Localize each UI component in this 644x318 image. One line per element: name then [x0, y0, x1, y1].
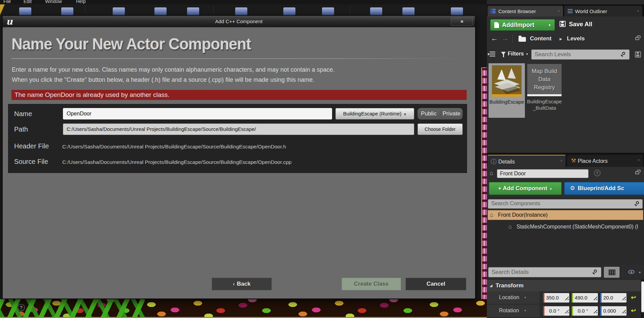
- location-y-input[interactable]: 490.0: [572, 293, 598, 303]
- toolbar-icon-2[interactable]: [61, 7, 73, 15]
- menu-window[interactable]: Window: [45, 0, 62, 4]
- chevron-down-icon: ▼: [638, 271, 641, 274]
- tab-close-icon[interactable]: ×: [558, 9, 560, 13]
- toolbar-icon-4[interactable]: [154, 7, 167, 15]
- rotation-label-cell[interactable]: Rotation ▼: [487, 305, 540, 317]
- chevron-down-icon: ▼: [548, 24, 551, 27]
- drag-handle-icon[interactable]: [564, 295, 569, 300]
- toolbar-icon-3[interactable]: [113, 7, 125, 15]
- rotation-x-input[interactable]: 0.0 °: [543, 306, 569, 316]
- rotation-y-input[interactable]: 0.0 °: [572, 306, 598, 316]
- breadcrumb-levels[interactable]: Levels: [567, 35, 585, 42]
- location-label-cell[interactable]: Location ▼: [487, 291, 540, 304]
- location-z-input[interactable]: 20.0: [600, 293, 627, 303]
- info-icon: ⓘ: [491, 158, 497, 166]
- component-row-static-mesh[interactable]: ⌂ StaticMeshComponent (StaticMeshCompone…: [487, 222, 644, 232]
- collapse-triangle-icon: ◢: [490, 283, 492, 288]
- actor-name-input[interactable]: Front Door: [497, 169, 588, 178]
- dialog-close-button[interactable]: ×: [451, 17, 473, 26]
- dialog-title-bar[interactable]: u Add C++ Component ×: [3, 16, 475, 27]
- toolbar-icon-7[interactable]: [283, 7, 295, 15]
- private-option[interactable]: Private: [440, 110, 463, 117]
- drag-handle-icon[interactable]: [592, 308, 597, 313]
- drag-handle-icon[interactable]: [621, 308, 626, 313]
- class-name-input[interactable]: OpenDoor: [63, 108, 332, 119]
- tab-content-browser[interactable]: Content Browser ×: [488, 6, 563, 16]
- component-row-label: StaticMeshComponent (StaticMeshComponent…: [516, 224, 638, 230]
- reset-location-icon[interactable]: ↩: [631, 294, 636, 301]
- search-details-placeholder: Search Details: [492, 269, 529, 276]
- reset-rotation-icon[interactable]: ↩: [631, 307, 636, 314]
- sources-panel-icon[interactable]: [490, 51, 495, 57]
- header-file-value: C:/Users/Sasha/Documents/Unreal Projects…: [62, 144, 286, 150]
- rotation-z-input[interactable]: 0.000: [600, 306, 627, 316]
- tab-details[interactable]: ⓘ Details ×: [488, 155, 566, 167]
- asset-buildingescape[interactable]: BuildingEscape: [489, 63, 525, 118]
- tab-close-icon[interactable]: ×: [560, 158, 563, 163]
- add-component-button[interactable]: + Add Component▼: [489, 182, 562, 195]
- tab-close-icon[interactable]: ×: [638, 158, 640, 163]
- axis-x-color-bar: [543, 306, 544, 316]
- path-input[interactable]: C:/Users/Sasha/Documents/Unreal Projects…: [63, 123, 414, 135]
- toolbar-divider-2: [213, 6, 214, 14]
- module-dropdown[interactable]: BuildingEscape (Runtime)▼: [335, 108, 414, 119]
- asset-type-color-bar: [527, 94, 562, 96]
- scrollbar-thumb[interactable]: [641, 281, 644, 312]
- blueprint-add-script-button[interactable]: ⚙Blueprint/Add Sc: [564, 182, 644, 195]
- cancel-button[interactable]: Cancel: [405, 278, 466, 290]
- nav-divider: [512, 35, 513, 43]
- search-icon: [636, 201, 639, 204]
- choose-folder-button[interactable]: Choose Folder: [418, 123, 463, 135]
- nav-back-icon[interactable]: ←: [491, 34, 498, 42]
- property-matrix-button[interactable]: [604, 267, 619, 278]
- search-details-input[interactable]: Search Details: [488, 267, 601, 277]
- component-row-front-door-instance[interactable]: ⌂ Front Door(Instance): [488, 210, 643, 220]
- toolbar-icon-10[interactable]: [402, 7, 415, 15]
- back-button[interactable]: ‹Back: [212, 278, 272, 290]
- toolbar-icon-8[interactable]: [322, 7, 334, 15]
- toolbar-icon-1[interactable]: [19, 7, 31, 15]
- location-z-value: 20.0: [603, 295, 613, 301]
- location-x-input[interactable]: 350.0: [543, 293, 569, 303]
- menu-file[interactable]: File: [3, 0, 11, 4]
- asset-builtdata[interactable]: Map Build Data Registry BuildingEscape_B…: [527, 63, 562, 118]
- lock-icon[interactable]: [635, 171, 639, 174]
- tab-close-icon[interactable]: ×: [637, 9, 639, 13]
- component-icon: ⌂: [508, 223, 512, 230]
- add-import-label: Add/Import: [502, 22, 534, 29]
- public-option[interactable]: Public: [418, 110, 440, 117]
- asset-buildingescape-thumbnail: [492, 65, 522, 96]
- transform-section-header[interactable]: ◢ Transform: [487, 279, 644, 291]
- display-filter-eye-icon[interactable]: [628, 270, 635, 274]
- breadcrumb-content[interactable]: Content: [530, 35, 551, 42]
- menu-help[interactable]: Help: [76, 0, 86, 4]
- toolbar-icon-5[interactable]: [187, 7, 199, 15]
- search-levels-input[interactable]: Search Levels: [531, 49, 630, 60]
- location-row: Location ▼ 350.0 490.0 20.0: [487, 291, 644, 304]
- blueprint-button-label: Blueprint/Add Sc: [578, 185, 624, 191]
- add-import-button[interactable]: Add/Import ▼: [490, 19, 555, 31]
- toolbar-icon-9[interactable]: [370, 7, 382, 15]
- search-components-input[interactable]: Search Components: [488, 199, 643, 209]
- tab-world-outliner[interactable]: World Outliner ×: [564, 6, 642, 16]
- help-icon[interactable]: ?: [594, 170, 601, 176]
- toolbar-icon-6[interactable]: [235, 7, 247, 15]
- tab-place-actors[interactable]: ⚒ Place Actors ×: [567, 155, 643, 167]
- nav-forward-icon[interactable]: →: [502, 34, 509, 42]
- folder-icon[interactable]: [518, 37, 526, 42]
- drag-handle-icon[interactable]: [564, 308, 569, 313]
- create-class-button[interactable]: Create Class: [342, 278, 401, 290]
- toolbar-icon-11[interactable]: [451, 7, 463, 15]
- filters-button[interactable]: Filters: [508, 51, 524, 57]
- error-banner: The name OpenDoor is already used by ano…: [11, 90, 467, 100]
- filters-row: Filters ▼ Search Levels: [487, 47, 644, 62]
- location-label: Location: [499, 294, 520, 301]
- lock-icon[interactable]: [635, 37, 639, 40]
- drag-handle-icon[interactable]: [592, 295, 597, 300]
- drag-handle-icon[interactable]: [621, 295, 626, 300]
- menu-edit[interactable]: Edit: [24, 0, 32, 4]
- chevron-down-icon: ▼: [549, 187, 552, 191]
- tab-place-actors-label: Place Actors: [578, 158, 608, 164]
- asset-grid: BuildingEscape Map Build Data Registry B…: [487, 62, 644, 141]
- save-search-icon[interactable]: [635, 51, 641, 58]
